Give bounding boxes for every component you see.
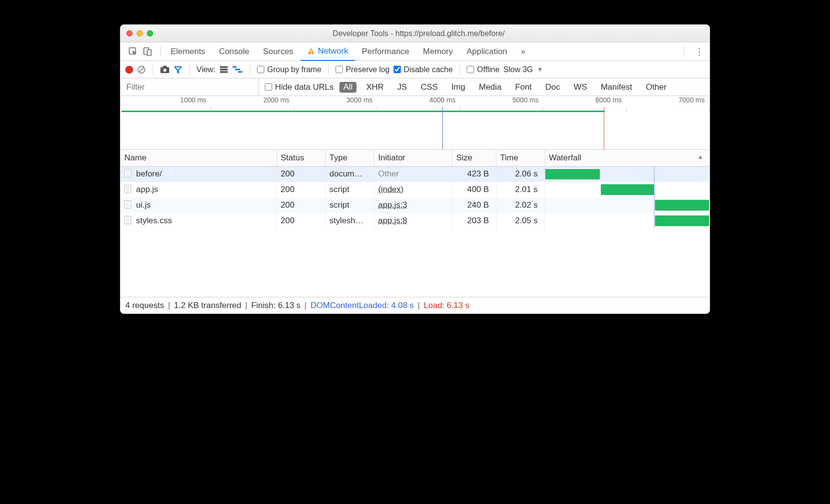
file-icon: [124, 216, 131, 224]
cell-time: 2.05 s: [496, 213, 545, 229]
group-by-frame-checkbox[interactable]: Group by frame: [257, 65, 321, 74]
requests-table: Name Status Type Initiator Size Time Wat…: [120, 150, 710, 229]
filter-type-css[interactable]: CSS: [417, 82, 442, 93]
cell-waterfall: [545, 197, 710, 213]
record-icon[interactable]: [125, 66, 133, 74]
filter-input[interactable]: [122, 78, 259, 96]
filter-type-manifest[interactable]: Manifest: [597, 82, 636, 93]
waterfall-bar: [601, 184, 654, 195]
tab-elements[interactable]: Elements: [164, 42, 212, 60]
tab-application[interactable]: Application: [460, 42, 514, 60]
overview-load-line: [604, 107, 605, 149]
waterfall-bar: [545, 169, 600, 180]
svg-rect-2: [147, 50, 151, 56]
warning-icon: [307, 47, 315, 55]
offline-checkbox[interactable]: Offline: [467, 65, 499, 74]
status-finish: Finish: 6.13 s: [251, 301, 300, 310]
col-initiator[interactable]: Initiator: [374, 150, 452, 166]
table-row[interactable]: ui.js200scriptapp.js:3240 B2.02 s: [120, 197, 710, 213]
offline-input[interactable]: [467, 66, 474, 73]
tab-console[interactable]: Console: [212, 42, 256, 60]
titlebar: Developer Tools - https://preload.glitch…: [120, 25, 710, 42]
preserve-log-input[interactable]: [336, 66, 343, 73]
view-label: View:: [197, 65, 216, 74]
disable-cache-input[interactable]: [394, 66, 401, 73]
throttling-value: Slow 3G: [503, 65, 533, 74]
settings-menu-icon[interactable]: ⋮: [692, 46, 707, 57]
cell-status: 200: [277, 213, 325, 229]
table-row[interactable]: styles.css200stylesh…app.js:8203 B2.05 s: [120, 213, 710, 229]
cell-initiator[interactable]: Other: [374, 166, 452, 182]
filter-type-img[interactable]: Img: [448, 82, 469, 93]
cell-status: 200: [277, 182, 325, 197]
col-waterfall[interactable]: Waterfall▲: [545, 150, 710, 166]
cell-time: 2.01 s: [496, 182, 545, 197]
zoom-icon[interactable]: [147, 30, 153, 37]
filter-type-js[interactable]: JS: [394, 82, 411, 93]
cell-waterfall: [545, 213, 710, 229]
cell-time: 2.02 s: [496, 197, 545, 213]
separator: [153, 64, 153, 75]
overview-tick: 6000 ms: [543, 96, 626, 107]
filter-type-xhr[interactable]: XHR: [362, 82, 388, 93]
tab-sources[interactable]: Sources: [256, 42, 300, 60]
filter-type-other[interactable]: Other: [642, 82, 671, 93]
tab-performance[interactable]: Performance: [355, 42, 416, 60]
throttling-select[interactable]: Slow 3G ▼: [503, 65, 543, 74]
separator: [328, 64, 329, 75]
overview-domcontentloaded-line: [442, 107, 443, 149]
close-icon[interactable]: [126, 30, 133, 37]
col-size[interactable]: Size: [452, 150, 496, 166]
waterfall-overview-icon[interactable]: [232, 66, 243, 74]
filter-icon[interactable]: [174, 65, 182, 74]
window-title: Developer Tools - https://preload.glitch…: [157, 29, 704, 38]
capture-screenshots-icon[interactable]: [160, 66, 170, 74]
overview-tick: 7000 ms: [627, 96, 710, 107]
filter-type-all[interactable]: All: [339, 82, 356, 93]
svg-rect-13: [233, 66, 237, 68]
disable-cache-checkbox[interactable]: Disable cache: [394, 65, 453, 74]
col-status[interactable]: Status: [277, 150, 325, 166]
svg-rect-14: [235, 69, 240, 70]
clear-icon[interactable]: [137, 65, 146, 74]
status-transferred: 1.2 KB transferred: [174, 301, 241, 310]
cell-status: 200: [277, 166, 325, 182]
cell-initiator[interactable]: app.js:8: [374, 213, 452, 229]
cell-initiator[interactable]: (index): [374, 182, 452, 197]
timeline-overview[interactable]: 1000 ms 2000 ms 3000 ms 4000 ms 5000 ms …: [120, 96, 710, 150]
status-load: Load: 6.13 s: [424, 301, 470, 310]
tab-memory[interactable]: Memory: [416, 42, 459, 60]
filter-type-doc[interactable]: Doc: [541, 82, 564, 93]
device-toggle-icon[interactable]: [143, 47, 153, 57]
table-header-row: Name Status Type Initiator Size Time Wat…: [120, 150, 710, 166]
hide-data-urls-checkbox[interactable]: Hide data URLs: [265, 82, 334, 92]
col-type[interactable]: Type: [325, 150, 374, 166]
sort-asc-icon: ▲: [697, 153, 704, 160]
group-by-frame-input[interactable]: [257, 66, 264, 73]
inspect-element-icon[interactable]: [128, 47, 138, 57]
chevron-down-icon: ▼: [537, 66, 543, 73]
separator: [250, 64, 250, 75]
tab-network[interactable]: Network: [300, 43, 355, 61]
filter-type-media[interactable]: Media: [475, 82, 505, 93]
preserve-log-checkbox[interactable]: Preserve log: [336, 65, 390, 74]
separator: [160, 46, 161, 57]
filter-type-font[interactable]: Font: [511, 82, 535, 93]
hide-data-urls-input[interactable]: [265, 83, 272, 91]
table-row[interactable]: before/200docum…Other423 B2.06 s: [120, 166, 710, 182]
cell-name: before/: [120, 166, 277, 182]
table-row[interactable]: app.js200script(index)400 B2.01 s: [120, 182, 710, 197]
overview-activity-bar: [121, 111, 605, 112]
status-requests: 4 requests: [125, 301, 164, 310]
col-name[interactable]: Name: [120, 150, 277, 166]
cell-size: 400 B: [452, 182, 496, 197]
status-domcontentloaded: DOMContentLoaded: 4.08 s: [311, 301, 414, 310]
cell-initiator[interactable]: app.js:3: [374, 197, 452, 213]
tabs-overflow[interactable]: »: [514, 42, 532, 60]
minimize-icon[interactable]: [137, 30, 143, 37]
cell-name: app.js: [120, 182, 277, 197]
filter-type-ws[interactable]: WS: [570, 82, 591, 93]
svg-line-6: [139, 67, 144, 72]
col-time[interactable]: Time: [496, 150, 545, 166]
large-rows-icon[interactable]: [219, 66, 228, 74]
